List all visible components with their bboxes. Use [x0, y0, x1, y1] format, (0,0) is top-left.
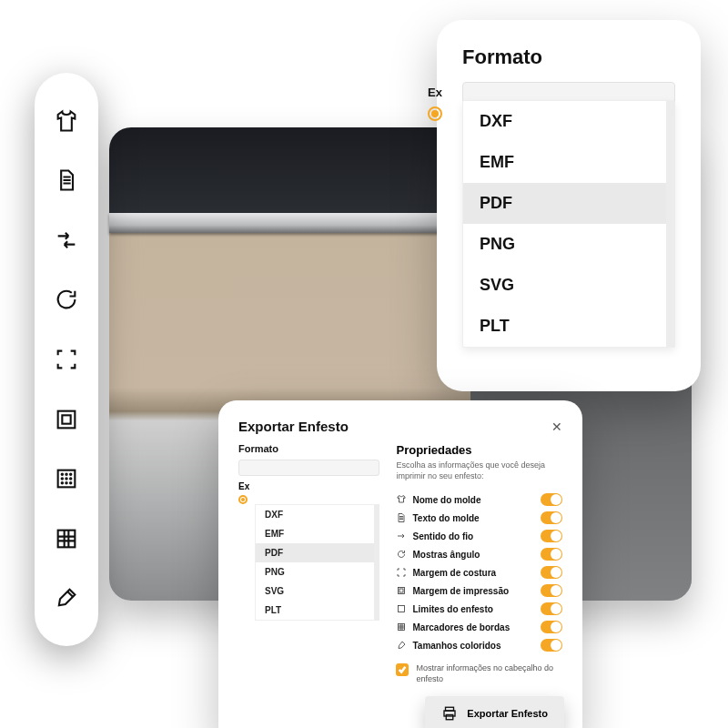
property-row: Mostras ângulo [396, 545, 562, 563]
svg-point-4 [66, 474, 66, 475]
property-label: Sentido do fio [412, 531, 473, 541]
document-icon[interactable] [51, 165, 82, 196]
rotate-icon [396, 549, 407, 560]
property-toggle[interactable] [541, 493, 562, 506]
formato-option-dxf[interactable]: DXF [463, 101, 666, 142]
mini-formato-option-emf[interactable]: EMF [256, 524, 374, 543]
export-radio-selected[interactable] [428, 106, 442, 121]
shirt-icon[interactable] [51, 106, 82, 136]
svg-point-10 [66, 482, 66, 483]
formato-option-png[interactable]: PNG [463, 224, 666, 265]
svg-rect-14 [399, 589, 403, 592]
property-label: Texto do molde [412, 513, 479, 523]
export-section-peek-label: Ex [428, 86, 442, 99]
doc-icon [396, 512, 407, 523]
property-row: Margem de costura [396, 563, 562, 581]
property-label: Limites do enfesto [412, 604, 492, 614]
printer-icon [441, 705, 458, 722]
property-row: Margem de impressão [396, 581, 562, 600]
formato-dropdown-card: Formato Ex DXFEMFPDFPNGSVGPLT [437, 20, 701, 391]
property-label: Margem de impressão [412, 586, 509, 596]
rotate-icon[interactable] [51, 284, 82, 315]
arrows-collapse-icon[interactable] [51, 225, 82, 256]
frame-icon [396, 567, 407, 578]
svg-rect-15 [399, 606, 405, 612]
mini-formato-select[interactable] [238, 460, 379, 476]
properties-title: Propriedades [396, 443, 562, 457]
property-row: Limites do enfesto [396, 600, 562, 618]
svg-rect-16 [399, 624, 405, 631]
svg-rect-0 [58, 410, 76, 428]
formato-title: Formato [462, 46, 675, 69]
export-enfesto-dialog: Exportar Enfesto ✕ Formato Ex DXFEMFPDFP… [218, 400, 582, 728]
mini-export-radio[interactable] [238, 495, 248, 504]
mini-formato-option-svg[interactable]: SVG [256, 581, 374, 601]
property-toggle[interactable] [541, 639, 562, 652]
brush-icon [396, 640, 407, 651]
mini-ex-label: Ex [238, 481, 249, 491]
brush-icon[interactable] [51, 582, 82, 613]
svg-rect-13 [399, 588, 405, 594]
formato-option-pdf[interactable]: PDF [463, 183, 666, 224]
header-info-checkbox[interactable] [396, 663, 409, 676]
svg-point-3 [62, 474, 63, 475]
svg-rect-1 [62, 415, 70, 423]
svg-rect-12 [58, 530, 76, 547]
mini-formato-options-list: DXFEMFPDFPNGSVGPLT [255, 504, 379, 621]
export-dialog-title: Exportar Enfesto [238, 419, 349, 434]
property-toggle[interactable] [541, 566, 562, 579]
svg-point-8 [70, 478, 71, 479]
svg-point-9 [62, 482, 63, 483]
formato-option-svg[interactable]: SVG [463, 265, 666, 306]
svg-point-5 [70, 474, 71, 475]
vertical-toolbar [35, 73, 98, 646]
property-toggle[interactable] [541, 621, 562, 633]
property-row: Marcadores de bordas [396, 618, 562, 636]
mini-formato-option-pdf[interactable]: PDF [256, 543, 374, 562]
property-toggle[interactable] [541, 602, 562, 615]
export-properties-column: Propriedades Escolha as informações que … [396, 443, 562, 685]
mini-formato-option-plt[interactable]: PLT [256, 601, 374, 620]
export-enfesto-button[interactable]: Exportar Enfesto [425, 696, 564, 728]
property-label: Tamanhos coloridos [412, 641, 500, 651]
export-formato-column: Formato Ex DXFEMFPDFPNGSVGPLT [238, 443, 379, 685]
shirt-icon [396, 494, 407, 505]
svg-point-11 [70, 482, 71, 483]
dotted-square-icon[interactable] [51, 463, 82, 494]
formato-option-emf[interactable]: EMF [463, 142, 666, 183]
property-label: Nome do molde [412, 495, 480, 505]
grid-icon[interactable] [51, 523, 82, 554]
arrow-icon [396, 531, 407, 541]
properties-list: Nome do moldeTexto do moldeSentido do fi… [396, 490, 562, 654]
property-toggle[interactable] [541, 548, 562, 561]
mini-formato-option-png[interactable]: PNG [256, 562, 374, 581]
dotted-icon [396, 603, 407, 614]
svg-rect-19 [447, 714, 454, 719]
svg-point-7 [66, 478, 66, 479]
frame-corners-icon[interactable] [51, 344, 82, 375]
square-outline-icon[interactable] [51, 404, 82, 435]
export-section-peek: Ex [428, 86, 442, 121]
formato-options-list: DXFEMFPDFPNGSVGPLT [462, 100, 675, 348]
property-toggle[interactable] [541, 511, 562, 524]
property-label: Margem de costura [412, 568, 496, 578]
square-icon [396, 585, 407, 596]
svg-point-6 [62, 478, 63, 479]
mini-formato-option-dxf[interactable]: DXF [256, 505, 374, 524]
property-label: Marcadores de bordas [412, 622, 510, 632]
grid-icon [396, 622, 407, 632]
formato-option-plt[interactable]: PLT [463, 306, 666, 347]
property-row: Nome do molde [396, 490, 562, 509]
properties-subtitle: Escolha as informações que você deseja i… [396, 460, 562, 481]
property-toggle[interactable] [541, 584, 562, 597]
export-button-label: Exportar Enfesto [467, 708, 548, 719]
header-info-checkbox-label: Mostrar informações no cabeçalho do enfe… [416, 663, 562, 684]
property-row: Tamanhos coloridos [396, 636, 562, 654]
property-row: Texto do molde [396, 509, 562, 527]
property-row: Sentido do fio [396, 527, 562, 545]
close-icon[interactable]: ✕ [551, 420, 562, 434]
property-label: Mostras ângulo [412, 550, 480, 560]
property-toggle[interactable] [541, 530, 562, 542]
mini-formato-label: Formato [238, 443, 379, 454]
